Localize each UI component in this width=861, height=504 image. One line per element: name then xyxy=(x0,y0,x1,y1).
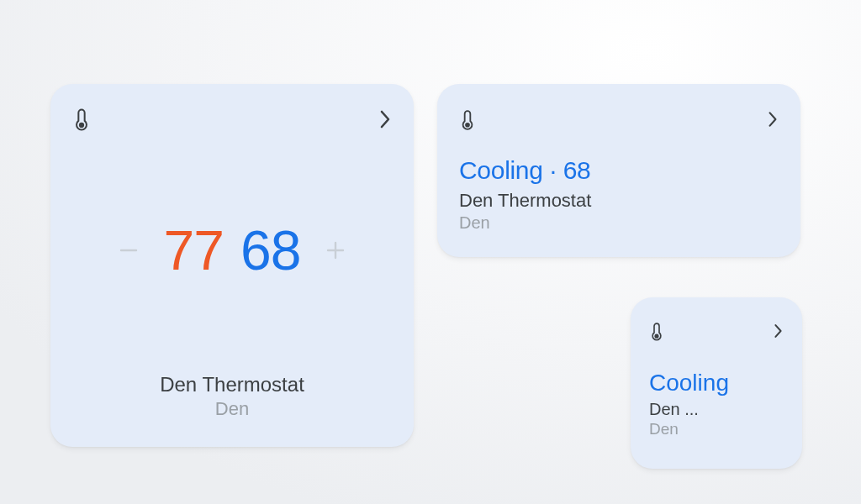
card-header xyxy=(459,102,779,136)
thermometer-icon xyxy=(649,321,664,342)
svg-point-5 xyxy=(654,333,658,338)
device-name: Den ... xyxy=(649,400,784,419)
device-name: Den Thermostat xyxy=(72,373,392,396)
heat-setpoint: 77 xyxy=(164,218,224,282)
room-name: Den xyxy=(72,398,392,420)
thermostat-card-medium[interactable]: Cooling · 68 Den Thermostat Den xyxy=(437,84,800,257)
status-line: Cooling xyxy=(649,370,784,396)
cool-setpoint: 68 xyxy=(240,218,300,282)
card-footer: Den Thermostat Den xyxy=(72,373,392,428)
decrease-button[interactable] xyxy=(110,232,147,269)
chevron-right-icon[interactable] xyxy=(773,323,784,339)
device-name: Den Thermostat xyxy=(459,190,779,212)
increase-button[interactable] xyxy=(317,232,354,269)
thermostat-card-small[interactable]: Cooling Den ... Den xyxy=(631,297,802,469)
chevron-right-icon[interactable] xyxy=(767,110,779,129)
status-line: Cooling · 68 xyxy=(459,156,779,185)
room-name: Den xyxy=(459,213,779,233)
room-name: Den xyxy=(649,420,784,438)
thermometer-icon xyxy=(459,108,476,131)
setpoint-row: 77 68 xyxy=(72,128,392,373)
card-header xyxy=(649,314,784,348)
svg-point-4 xyxy=(465,122,470,127)
thermostat-card-large[interactable]: 77 68 Den Thermostat Den xyxy=(50,84,414,447)
